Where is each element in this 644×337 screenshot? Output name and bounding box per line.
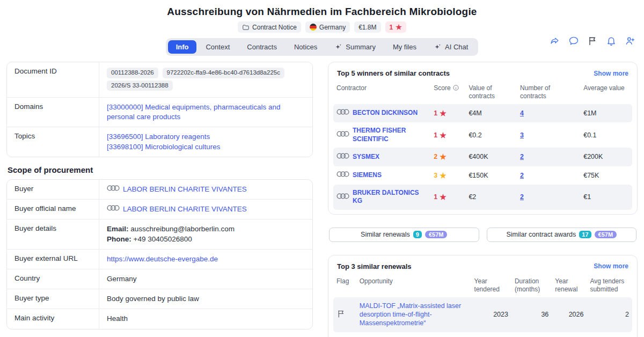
bell-icon[interactable] — [606, 35, 617, 48]
awards-value-badge: €57M — [595, 231, 617, 238]
tab-ai-chat[interactable]: AI Chat — [426, 40, 476, 54]
winner-row: BECTON DICKINSON 1★ €4M 4 €1M — [333, 104, 632, 122]
contractor-link[interactable]: SYSMEX — [353, 153, 379, 162]
email-label: Email: — [107, 225, 129, 233]
winners-card: Top 5 winners of similar contracts Show … — [328, 62, 638, 215]
topic-link[interactable]: [33696500] Laboratory reagents — [107, 133, 210, 141]
year-renewal: 2026 — [552, 297, 587, 332]
flag-icon[interactable] — [587, 35, 598, 48]
buyer-link[interactable]: LABOR BERLIN CHARITE VIVANTES — [123, 185, 247, 194]
share-icon[interactable] — [550, 35, 560, 48]
star-icon: ★ — [440, 152, 447, 162]
table-row: Topics [33696500] Laboratory reagents [3… — [7, 127, 312, 156]
row-label: Country — [7, 269, 99, 289]
organization-icon — [336, 152, 349, 162]
number-of-contracts-link[interactable]: 2 — [520, 172, 524, 179]
average-value: €0.1 — [580, 122, 632, 148]
opportunity-link[interactable]: MALDI-TOF „Matrix-assisted laser desorpt… — [360, 302, 461, 327]
badge-row: Contract Notice Germany €1.8M 1 ★ — [0, 21, 644, 33]
col-average: Average value — [580, 80, 632, 104]
favorites-count: 1 — [390, 24, 393, 31]
info-icon[interactable] — [452, 84, 459, 92]
number-of-contracts-link[interactable]: 2 — [520, 153, 524, 160]
page: Ausschreibung von Nährmedien im Fachbere… — [0, 0, 644, 337]
main-activity-value: Health — [99, 309, 312, 328]
number-of-contracts-link[interactable]: 2 — [520, 193, 524, 201]
value-label: €1.8M — [358, 24, 376, 31]
similar-renewals-button[interactable]: Similar renewals 9 €57M — [329, 228, 479, 242]
contract-type-label: Contract Notice — [252, 24, 297, 31]
number-of-contracts-link[interactable]: 4 — [520, 109, 524, 117]
favorites-badge[interactable]: 1 ★ — [385, 21, 406, 33]
tab-bar: Info Context Contracts Notices Summary M… — [166, 38, 479, 56]
star-icon: ★ — [440, 192, 447, 202]
col-number: Number of contracts — [517, 80, 580, 104]
document-id-chips: 00112388-2026 9722202c-ffa9-4e86-bc40-d7… — [99, 62, 312, 97]
document-id-chip: 2026/S 33-00112388 — [107, 80, 173, 91]
average-value: €75K — [580, 166, 632, 185]
tab-row: Info Context Contracts Notices Summary M… — [0, 38, 644, 56]
row-label: Buyer — [7, 180, 99, 199]
renewals-table: Flag Opportunity Year tendered Duration … — [333, 274, 632, 337]
tab-summary[interactable]: Summary — [326, 40, 384, 54]
col-duration: Duration (months) — [511, 274, 552, 297]
col-contractor: Contractor — [333, 80, 430, 104]
tab-info[interactable]: Info — [168, 40, 197, 54]
tab-contracts[interactable]: Contracts — [239, 40, 285, 54]
renewals-show-more[interactable]: Show more — [594, 262, 628, 270]
tab-notices[interactable]: Notices — [286, 40, 325, 54]
average-value: €1 — [580, 185, 632, 210]
germany-flag-icon — [310, 24, 317, 31]
value-of-contracts: €0.2 — [465, 122, 517, 148]
contractor-link[interactable]: THERMO FISHER SCIENTIFIC — [353, 127, 427, 143]
contractor-link[interactable]: BECTON DICKINSON — [353, 109, 418, 118]
winner-row: SIEMENS 3★ €150K 2 €75K — [333, 166, 632, 185]
tab-context[interactable]: Context — [197, 40, 238, 54]
document-info-table: Document ID 00112388-2026 9722202c-ffa9-… — [6, 62, 313, 157]
duration-months: 36 — [511, 297, 552, 332]
similar-contract-awards-button[interactable]: Similar contract awards 17 €57M — [487, 228, 637, 242]
table-row: Main activity Health — [7, 309, 312, 328]
winners-show-more[interactable]: Show more — [594, 70, 628, 77]
year-tendered: 2024 — [471, 332, 511, 337]
email-value: ausschreibung@laborberlin.com — [130, 225, 235, 233]
row-label: Document ID — [7, 62, 99, 97]
duration-months: 36 — [511, 332, 552, 337]
renewal-row: MALDI-TOF „Matrix-assisted laser desorpt… — [333, 297, 632, 332]
value-of-contracts: €400K — [465, 148, 517, 166]
tab-my-files[interactable]: My files — [385, 40, 425, 54]
buyer-external-url-link[interactable]: https://www.deutsche-evergabe.de — [107, 255, 218, 263]
renewals-value-badge: €57M — [425, 231, 448, 238]
user-add-icon[interactable] — [625, 35, 635, 48]
buyer-details: Email: ausschreibung@laborberlin.com Pho… — [99, 219, 312, 248]
star-icon: ★ — [440, 108, 447, 118]
buyer-official-name-link[interactable]: LABOR BERLIN CHARITE VIVANTES — [123, 204, 247, 214]
renewals-title: Top 3 similar renewals — [337, 262, 411, 270]
row-label: Buyer details — [7, 219, 99, 248]
action-icon-bar — [550, 35, 635, 48]
col-value: Value of contracts — [465, 80, 517, 104]
avg-tenders-submitted: 2 — [587, 297, 632, 332]
domain-link[interactable]: [33000000] Medical equipments, pharmaceu… — [107, 103, 280, 121]
country-label: Germany — [319, 24, 346, 31]
organization-icon — [336, 193, 349, 202]
row-label: Domains — [7, 98, 99, 127]
document-id-chip: 9722202c-ffa9-4e86-bc40-d7613d8a225c — [163, 68, 284, 78]
contract-type-badge: Contract Notice — [238, 21, 301, 33]
left-column: Document ID 00112388-2026 9722202c-ffa9-… — [6, 62, 313, 337]
comment-icon[interactable] — [568, 35, 579, 48]
number-of-contracts-link[interactable]: 3 — [520, 131, 524, 139]
main-content: Document ID 00112388-2026 9722202c-ffa9-… — [0, 62, 644, 337]
contractor-link[interactable]: BRUKER DALTONICS KG — [353, 189, 427, 206]
country-badge: Germany — [305, 21, 350, 33]
contractor-link[interactable]: SIEMENS — [353, 171, 382, 180]
col-year-renewal: Year renewal — [552, 274, 587, 297]
topic-link[interactable]: [33698100] Microbiological cultures — [107, 143, 221, 151]
flag-icon[interactable] — [336, 312, 346, 320]
star-icon: ★ — [440, 171, 447, 180]
table-row: Buyer LABOR BERLIN CHARITE VIVANTES — [7, 180, 312, 199]
star-icon: ★ — [396, 23, 402, 31]
star-icon: ★ — [440, 130, 447, 140]
average-value: €1M — [580, 104, 632, 122]
col-opportunity: Opportunity — [356, 274, 471, 297]
